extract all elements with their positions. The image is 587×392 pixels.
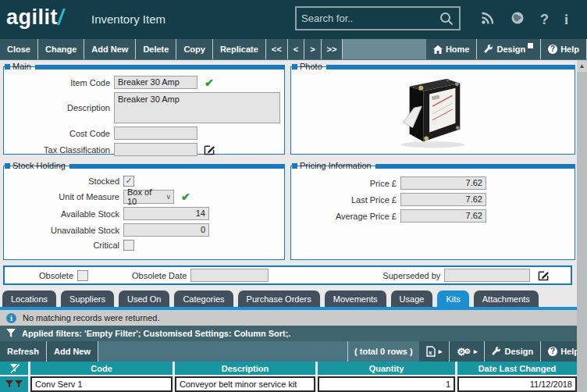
nav-next-button[interactable]: > <box>304 39 321 59</box>
stock-panel-legend: Stock Holding <box>5 161 285 171</box>
no-filter-icon[interactable] <box>0 362 28 375</box>
nav-last-button[interactable]: >> <box>322 39 343 59</box>
nav-prev-button[interactable]: < <box>288 39 304 59</box>
obsolete-date-input[interactable] <box>190 269 269 282</box>
superseded-by-input[interactable] <box>444 269 530 282</box>
grid-header: Code Description Quantity Date Last Chan… <box>0 362 577 375</box>
item-code-input[interactable]: Breaker 30 Amp <box>114 76 197 89</box>
unit-of-measure-label: Unit of Measure <box>4 192 123 201</box>
tab-suppliers[interactable]: Suppliers <box>61 290 114 307</box>
help-button[interactable]: ? Help <box>541 39 587 59</box>
home-button[interactable]: Home <box>426 39 478 59</box>
stock-legend-text: Stock Holding <box>12 161 69 171</box>
cell-quantity[interactable]: 1 <box>318 376 455 392</box>
obsolete-checkbox[interactable] <box>77 270 88 281</box>
home-button-label: Home <box>446 45 470 54</box>
delete-button[interactable]: Delete <box>136 39 176 59</box>
average-price-input[interactable]: 7.62 <box>400 209 486 223</box>
page-title: Inventory Item <box>91 12 165 26</box>
grid-toolbar-spacer <box>98 341 348 362</box>
header-bar: agilit/ Inventory Item ? i <box>0 0 587 39</box>
tab-kits[interactable]: Kits <box>437 290 468 307</box>
grid-toolbar: Refresh Add New ( total 0 rows ) x ▸ ⚙⚙ … <box>0 341 587 362</box>
settings-menu-arrow-icon: ▸ <box>474 347 478 355</box>
obsolete-label: Obsolete <box>5 271 77 280</box>
cost-code-label: Cost Code <box>4 129 114 138</box>
wrench-icon <box>484 45 493 54</box>
applied-filters-text: Applied filters: 'Empty Filter'; Customi… <box>22 329 290 338</box>
add-new-button[interactable]: Add New <box>84 39 136 59</box>
grid-design-label: Design <box>504 347 533 356</box>
app-logo[interactable]: agilit/ <box>6 5 64 30</box>
unit-of-measure-value: Box of 10 <box>127 187 160 206</box>
tax-edit-icon[interactable] <box>204 144 215 155</box>
stock-holding-panel: Stock Holding Stocked ✓ Unit of Measure … <box>3 166 285 260</box>
vertical-scrollbar[interactable]: ▲ <box>577 60 587 392</box>
cell-code[interactable]: Conv Serv 1 <box>30 376 173 392</box>
tab-attachments[interactable]: Attachments <box>474 290 539 307</box>
photo-panel-legend: Photo <box>292 62 575 72</box>
cell-description[interactable]: Conveyor belt minor service kit <box>175 376 315 392</box>
price-input[interactable]: 7.62 <box>400 176 486 190</box>
cell-date-last-changed[interactable]: 11/12/2018 <box>457 376 577 392</box>
cost-code-input[interactable] <box>114 127 197 140</box>
grid-help-circle-icon: ? <box>548 347 557 356</box>
tab-usage[interactable]: Usage <box>391 290 433 307</box>
tab-used-on[interactable]: Used On <box>119 290 169 307</box>
obsolete-date-label: Obsolete Date <box>132 271 190 280</box>
item-code-label: Item Code <box>4 78 114 87</box>
tab-purchase-orders[interactable]: Purchase Orders <box>238 290 320 307</box>
column-header-quantity[interactable]: Quantity <box>318 362 455 375</box>
row-filter-icons[interactable] <box>0 376 28 392</box>
excel-export-button[interactable]: x ▸ <box>419 341 450 362</box>
question-icon[interactable]: ? <box>540 12 549 27</box>
tab-movements[interactable]: Movements <box>325 290 386 307</box>
table-row[interactable]: Conv Serv 1 Conveyor belt minor service … <box>0 376 577 392</box>
copy-button[interactable]: Copy <box>176 39 213 59</box>
grid-add-new-button[interactable]: Add New <box>47 341 98 362</box>
search-input[interactable] <box>297 12 439 24</box>
svg-text:x: x <box>429 349 432 356</box>
main-panel-legend: Main <box>5 62 285 72</box>
tax-classification-input[interactable] <box>114 143 197 156</box>
average-price-label: Average Price £ <box>291 212 400 221</box>
scroll-up-button[interactable]: ▲ <box>577 60 587 72</box>
refresh-button[interactable]: Refresh <box>0 341 47 362</box>
unavailable-stock-input[interactable]: 0 <box>123 223 209 237</box>
total-rows-label: ( total 0 rows ) <box>348 341 419 362</box>
replicate-button[interactable]: Replicate <box>213 39 266 59</box>
available-stock-input[interactable]: 14 <box>123 207 209 220</box>
design-button[interactable]: Design <box>477 39 541 59</box>
superseded-edit-icon[interactable] <box>538 270 550 281</box>
header-icon-group: ? i <box>481 0 568 39</box>
column-header-code[interactable]: Code <box>30 362 173 375</box>
design-pin-square <box>528 43 533 48</box>
unit-of-measure-select[interactable]: Box of 10 ∨ <box>123 190 174 204</box>
tab-categories[interactable]: Categories <box>174 290 233 307</box>
grid-settings-button[interactable]: ⚙⚙ ▸ <box>450 341 485 362</box>
main-legend-text: Main <box>12 62 35 72</box>
change-button[interactable]: Change <box>38 39 84 59</box>
search-icon[interactable] <box>439 12 454 26</box>
rss-icon[interactable] <box>481 11 495 28</box>
item-code-valid-icon: ✔ <box>205 77 214 89</box>
stocked-label: Stocked <box>4 176 123 186</box>
tab-bar: Locations Suppliers Used On Categories P… <box>2 288 539 307</box>
last-price-input[interactable]: 7.62 <box>400 193 486 206</box>
grid-design-button[interactable]: Design <box>485 341 541 362</box>
nav-first-button[interactable]: << <box>266 39 288 59</box>
column-header-description[interactable]: Description <box>175 362 315 375</box>
info-icon[interactable]: i <box>564 12 568 27</box>
obsolete-panel: Obsolete Obsolete Date Superseded by <box>3 265 572 285</box>
description-textarea[interactable]: Breaker 30 Amp <box>114 92 280 123</box>
search-box[interactable] <box>295 6 461 30</box>
pricing-legend-text: Pricing Information <box>300 161 375 171</box>
close-button[interactable]: Close <box>0 39 38 59</box>
critical-checkbox[interactable] <box>123 240 134 251</box>
stocked-checkbox[interactable]: ✓ <box>123 176 134 187</box>
column-header-date-last-changed[interactable]: Date Last Changed <box>457 362 577 375</box>
pricing-panel: Pricing Information Price £ 7.62 Last Pr… <box>290 166 575 260</box>
globe-icon[interactable] <box>511 11 525 28</box>
tab-locations[interactable]: Locations <box>2 290 56 307</box>
excel-menu-arrow-icon: ▸ <box>439 347 443 355</box>
